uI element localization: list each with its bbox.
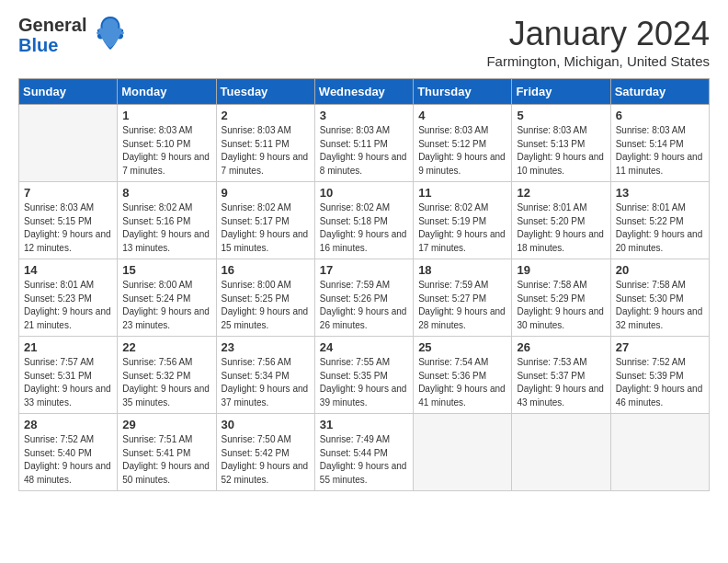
day-header-monday: Monday	[118, 79, 216, 105]
day-number: 24	[320, 340, 409, 354]
day-info: Sunrise: 8:03 AM Sunset: 5:12 PM Dayligh…	[418, 124, 507, 178]
calendar-cell: 20Sunrise: 7:58 AM Sunset: 5:30 PM Dayli…	[610, 259, 709, 337]
calendar-cell: 8Sunrise: 8:02 AM Sunset: 5:16 PM Daylig…	[118, 182, 216, 259]
day-info: Sunrise: 7:51 AM Sunset: 5:41 PM Dayligh…	[122, 433, 211, 487]
day-info: Sunrise: 7:54 AM Sunset: 5:36 PM Dayligh…	[418, 356, 507, 409]
calendar-cell: 1Sunrise: 8:03 AM Sunset: 5:10 PM Daylig…	[118, 105, 216, 182]
day-number: 22	[122, 340, 211, 354]
day-info: Sunrise: 7:59 AM Sunset: 5:26 PM Dayligh…	[320, 279, 409, 332]
calendar-cell: 12Sunrise: 8:01 AM Sunset: 5:20 PM Dayli…	[512, 182, 610, 259]
page-header: General Blue January 2024 Farmington, Mi…	[18, 15, 710, 69]
calendar-cell: 3Sunrise: 8:03 AM Sunset: 5:11 PM Daylig…	[314, 105, 413, 182]
calendar-cell: 30Sunrise: 7:50 AM Sunset: 5:42 PM Dayli…	[216, 414, 314, 491]
calendar-cell: 2Sunrise: 8:03 AM Sunset: 5:11 PM Daylig…	[216, 105, 314, 182]
day-number: 20	[616, 263, 705, 277]
day-info: Sunrise: 7:56 AM Sunset: 5:34 PM Dayligh…	[222, 356, 311, 409]
day-info: Sunrise: 8:01 AM Sunset: 5:23 PM Dayligh…	[24, 279, 113, 332]
logo-bird-icon	[94, 15, 127, 52]
day-info: Sunrise: 8:01 AM Sunset: 5:20 PM Dayligh…	[517, 201, 606, 255]
day-number: 6	[616, 109, 705, 122]
day-info: Sunrise: 8:01 AM Sunset: 5:22 PM Dayligh…	[616, 201, 705, 255]
day-number: 26	[517, 340, 606, 354]
day-number: 31	[320, 418, 409, 431]
day-info: Sunrise: 8:03 AM Sunset: 5:11 PM Dayligh…	[222, 124, 311, 178]
calendar-table: SundayMondayTuesdayWednesdayThursdayFrid…	[18, 78, 710, 491]
day-info: Sunrise: 8:02 AM Sunset: 5:16 PM Dayligh…	[122, 201, 211, 255]
calendar-cell: 28Sunrise: 7:52 AM Sunset: 5:40 PM Dayli…	[19, 414, 118, 491]
location: Farmington, Michigan, United States	[486, 53, 710, 69]
day-number: 19	[517, 263, 606, 277]
day-number: 11	[418, 186, 507, 200]
day-number: 8	[122, 186, 211, 200]
calendar-cell	[414, 414, 512, 491]
calendar-cell: 10Sunrise: 8:02 AM Sunset: 5:18 PM Dayli…	[314, 182, 413, 259]
calendar-cell: 9Sunrise: 8:02 AM Sunset: 5:17 PM Daylig…	[216, 182, 314, 259]
calendar-cell: 4Sunrise: 8:03 AM Sunset: 5:12 PM Daylig…	[414, 105, 512, 182]
day-info: Sunrise: 7:53 AM Sunset: 5:37 PM Dayligh…	[517, 356, 606, 409]
calendar-cell: 15Sunrise: 8:00 AM Sunset: 5:24 PM Dayli…	[118, 259, 216, 337]
day-number: 5	[517, 109, 606, 122]
calendar-cell: 22Sunrise: 7:56 AM Sunset: 5:32 PM Dayli…	[118, 337, 216, 414]
page-container: General Blue January 2024 Farmington, Mi…	[0, 0, 728, 500]
calendar-cell: 27Sunrise: 7:52 AM Sunset: 5:39 PM Dayli…	[610, 337, 709, 414]
day-info: Sunrise: 8:02 AM Sunset: 5:17 PM Dayligh…	[222, 201, 311, 255]
day-info: Sunrise: 8:00 AM Sunset: 5:24 PM Dayligh…	[122, 279, 211, 332]
day-number: 23	[222, 340, 311, 354]
day-info: Sunrise: 7:50 AM Sunset: 5:42 PM Dayligh…	[222, 433, 311, 487]
title-block: January 2024 Farmington, Michigan, Unite…	[486, 15, 710, 69]
day-number: 21	[24, 340, 113, 354]
day-header-wednesday: Wednesday	[314, 79, 413, 105]
month-title: January 2024	[486, 15, 710, 53]
day-info: Sunrise: 8:03 AM Sunset: 5:14 PM Dayligh…	[616, 124, 705, 178]
day-number: 14	[24, 263, 113, 277]
day-header-sunday: Sunday	[19, 79, 118, 105]
calendar-cell: 17Sunrise: 7:59 AM Sunset: 5:26 PM Dayli…	[314, 259, 413, 337]
day-number: 29	[122, 418, 211, 431]
day-header-tuesday: Tuesday	[216, 79, 314, 105]
calendar-cell: 31Sunrise: 7:49 AM Sunset: 5:44 PM Dayli…	[314, 414, 413, 491]
calendar-cell: 23Sunrise: 7:56 AM Sunset: 5:34 PM Dayli…	[216, 337, 314, 414]
day-info: Sunrise: 8:02 AM Sunset: 5:18 PM Dayligh…	[320, 201, 409, 255]
calendar-cell: 14Sunrise: 8:01 AM Sunset: 5:23 PM Dayli…	[19, 259, 118, 337]
calendar-cell	[19, 105, 118, 182]
day-info: Sunrise: 8:03 AM Sunset: 5:11 PM Dayligh…	[320, 124, 409, 178]
day-number: 2	[222, 109, 311, 122]
calendar-cell: 26Sunrise: 7:53 AM Sunset: 5:37 PM Dayli…	[512, 337, 610, 414]
day-info: Sunrise: 7:52 AM Sunset: 5:39 PM Dayligh…	[616, 356, 705, 409]
day-header-friday: Friday	[512, 79, 610, 105]
logo-blue: Blue	[18, 35, 86, 55]
calendar-cell: 25Sunrise: 7:54 AM Sunset: 5:36 PM Dayli…	[414, 337, 512, 414]
day-number: 9	[222, 186, 311, 200]
day-number: 7	[24, 186, 113, 200]
day-header-thursday: Thursday	[414, 79, 512, 105]
calendar-week-2: 7Sunrise: 8:03 AM Sunset: 5:15 PM Daylig…	[19, 182, 710, 259]
day-number: 15	[122, 263, 211, 277]
day-number: 1	[122, 109, 211, 122]
calendar-week-5: 28Sunrise: 7:52 AM Sunset: 5:40 PM Dayli…	[19, 414, 710, 491]
calendar-week-1: 1Sunrise: 8:03 AM Sunset: 5:10 PM Daylig…	[19, 105, 710, 182]
day-info: Sunrise: 8:03 AM Sunset: 5:15 PM Dayligh…	[24, 201, 113, 255]
calendar-cell: 24Sunrise: 7:55 AM Sunset: 5:35 PM Dayli…	[314, 337, 413, 414]
day-number: 27	[616, 340, 705, 354]
day-number: 17	[320, 263, 409, 277]
calendar-cell: 13Sunrise: 8:01 AM Sunset: 5:22 PM Dayli…	[610, 182, 709, 259]
calendar-cell: 21Sunrise: 7:57 AM Sunset: 5:31 PM Dayli…	[19, 337, 118, 414]
calendar-cell: 6Sunrise: 8:03 AM Sunset: 5:14 PM Daylig…	[610, 105, 709, 182]
day-number: 18	[418, 263, 507, 277]
day-number: 3	[320, 109, 409, 122]
calendar-cell: 16Sunrise: 8:00 AM Sunset: 5:25 PM Dayli…	[216, 259, 314, 337]
logo-general: General	[18, 15, 86, 35]
calendar-cell	[512, 414, 610, 491]
calendar-cell: 5Sunrise: 8:03 AM Sunset: 5:13 PM Daylig…	[512, 105, 610, 182]
day-number: 30	[222, 418, 311, 431]
day-info: Sunrise: 7:58 AM Sunset: 5:30 PM Dayligh…	[616, 279, 705, 332]
day-info: Sunrise: 7:56 AM Sunset: 5:32 PM Dayligh…	[122, 356, 211, 409]
day-header-saturday: Saturday	[610, 79, 709, 105]
day-number: 16	[222, 263, 311, 277]
calendar-cell: 19Sunrise: 7:58 AM Sunset: 5:29 PM Dayli…	[512, 259, 610, 337]
day-info: Sunrise: 7:52 AM Sunset: 5:40 PM Dayligh…	[24, 433, 113, 487]
calendar-cell	[610, 414, 709, 491]
day-number: 4	[418, 109, 507, 122]
day-info: Sunrise: 8:03 AM Sunset: 5:13 PM Dayligh…	[517, 124, 606, 178]
day-info: Sunrise: 8:00 AM Sunset: 5:25 PM Dayligh…	[222, 279, 311, 332]
